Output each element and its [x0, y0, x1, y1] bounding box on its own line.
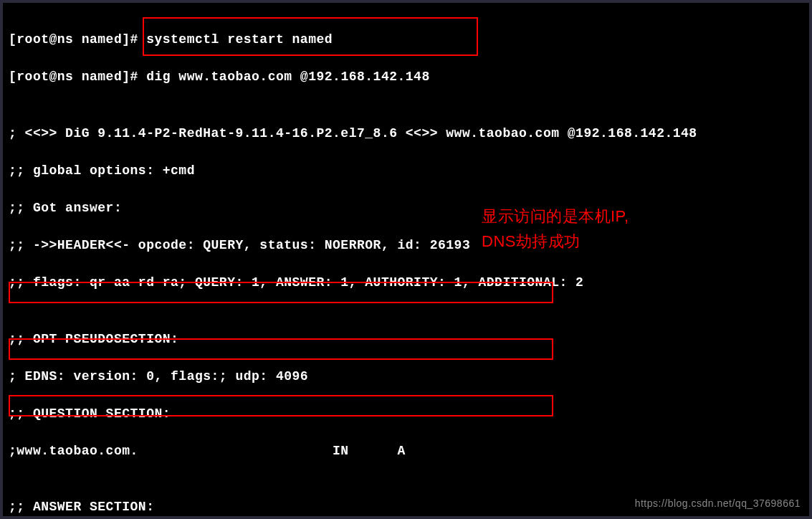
annotation-text: 显示访问的是本机IP, DNS劫持成功	[482, 204, 629, 254]
got-answer: ;; Got answer:	[9, 199, 803, 217]
shell-prompt: [root@ns named]#	[9, 32, 146, 47]
command-1: systemctl restart named	[146, 32, 333, 47]
header-line: ;; ->>HEADER<<- opcode: QUERY, status: N…	[9, 236, 803, 254]
opt-pseudosection-header: ;; OPT PSEUDOSECTION:	[9, 330, 803, 348]
watermark: https://blog.csdn.net/qq_37698661	[635, 497, 801, 509]
dig-version: ; <<>> DiG 9.11.4-P2-RedHat-9.11.4-16.P2…	[9, 124, 803, 143]
terminal-output[interactable]: [root@ns named]# systemctl restart named…	[9, 11, 803, 519]
shell-prompt: [root@ns named]#	[9, 70, 146, 84]
command-2: dig www.taobao.com @192.168.142.148	[146, 70, 430, 84]
question-section-header: ;; QUESTION SECTION:	[9, 404, 803, 423]
prompt-line-1: [root@ns named]# systemctl restart named	[9, 30, 803, 49]
annotation-line-1: 显示访问的是本机IP,	[482, 207, 629, 225]
edns-line: ; EDNS: version: 0, flags:; udp: 4096	[9, 367, 803, 386]
flags-line: ;; flags: qr aa rd ra; QUERY: 1, ANSWER:…	[9, 273, 803, 292]
global-options: ;; global options: +cmd	[9, 161, 803, 180]
question-record: ;www.taobao.com. IN A	[9, 442, 803, 460]
annotation-line-2: DNS劫持成功	[482, 232, 581, 250]
prompt-line-2: [root@ns named]# dig www.taobao.com @192…	[9, 67, 803, 86]
